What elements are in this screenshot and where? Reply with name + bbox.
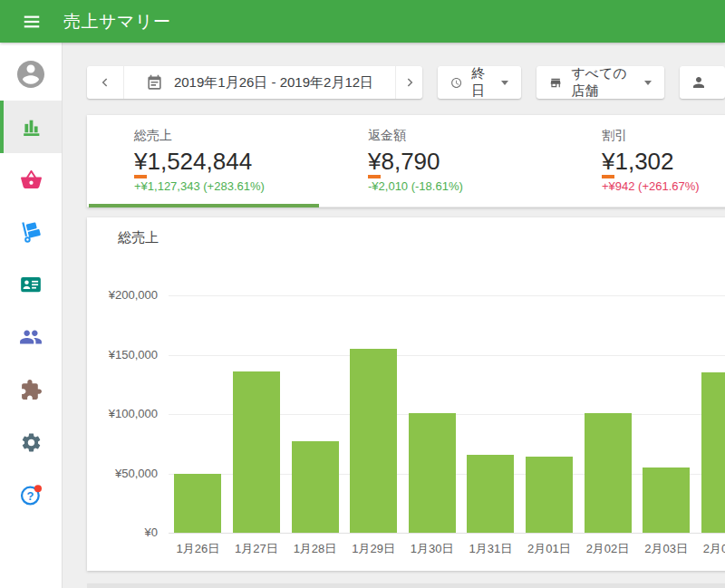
gridline xyxy=(169,355,725,356)
chart-bar[interactable] xyxy=(409,413,456,533)
kpi-tab-refunds[interactable]: 返金額 ¥8,790 -¥2,010 (-18.61%) xyxy=(321,115,555,207)
kpi-label: 返金額 xyxy=(368,128,555,144)
clock-icon xyxy=(450,74,462,92)
chart-bar[interactable] xyxy=(526,457,573,533)
kpi-label: 割引 xyxy=(602,128,725,144)
sidebar-item-customers[interactable] xyxy=(0,258,62,311)
chart-bar[interactable] xyxy=(174,474,221,534)
puzzle-icon xyxy=(20,379,43,401)
kpi-label: 総売上 xyxy=(134,128,321,144)
x-axis-tick-label: 2月02日 xyxy=(578,541,637,557)
kpi-delta: +¥942 (+261.67%) xyxy=(602,179,725,193)
next-period-button[interactable] xyxy=(395,66,422,99)
sidebar: ? xyxy=(0,43,63,588)
date-range-control: 2019年1月26日 - 2019年2月12日 xyxy=(87,66,422,99)
chevron-down-icon xyxy=(501,81,508,85)
x-axis-tick-label: 1月30日 xyxy=(402,541,461,557)
chevron-left-icon xyxy=(98,75,112,90)
chart-plot: ¥0¥50,000¥100,000¥150,000¥200,0001月26日1月… xyxy=(87,217,725,571)
sidebar-item-help[interactable]: ? xyxy=(0,468,62,521)
chart-bar[interactable] xyxy=(585,413,632,533)
svg-text:?: ? xyxy=(26,488,34,502)
sidebar-item-apps[interactable] xyxy=(0,363,62,416)
main-content: 2019年1月26日 - 2019年2月12日 終日 すべての店舗 xyxy=(63,43,725,588)
kpi-amount: 1,524,844 xyxy=(147,148,252,175)
kpi-amount: 8,790 xyxy=(381,148,440,175)
currency-symbol: ¥ xyxy=(134,148,147,178)
kpi-tab-total-sales[interactable]: 総売上 ¥1,524,844 +¥1,127,343 (+283.61%) xyxy=(87,115,321,207)
people-icon xyxy=(19,325,43,349)
kpi-card: 総売上 ¥1,524,844 +¥1,127,343 (+283.61%) 返金… xyxy=(87,115,725,207)
sidebar-item-settings[interactable] xyxy=(0,416,62,468)
kpi-amount: 1,302 xyxy=(614,148,673,175)
hamburger-icon-glyph xyxy=(22,12,42,32)
chart-bar[interactable] xyxy=(643,468,690,533)
filter-toolbar: 2019年1月26日 - 2019年2月12日 終日 すべての店舗 xyxy=(87,66,725,99)
currency-symbol: ¥ xyxy=(602,148,614,178)
account-circle-icon xyxy=(14,58,47,91)
hamburger-icon[interactable] xyxy=(0,0,63,43)
person-icon xyxy=(691,74,707,91)
chart-bar[interactable] xyxy=(292,441,339,533)
kpi-tab-discounts[interactable]: 割引 ¥1,302 +¥942 (+261.67%) xyxy=(555,115,725,207)
sidebar-item-staff[interactable] xyxy=(0,311,62,363)
app-header: 売上サマリー xyxy=(0,0,725,43)
x-axis-tick-label: 1月27日 xyxy=(227,541,286,557)
handtruck-icon xyxy=(19,220,43,244)
kpi-delta: +¥1,127,343 (+283.61%) xyxy=(134,179,321,193)
date-range-button[interactable]: 2019年1月26日 - 2019年2月12日 xyxy=(123,66,395,99)
chart-bar[interactable] xyxy=(350,349,397,533)
contact-card-icon xyxy=(19,273,43,296)
calendar-icon xyxy=(146,74,163,92)
chevron-down-icon xyxy=(644,81,652,85)
x-axis-tick-label: 2月04日 xyxy=(695,541,725,557)
bar-chart-icon xyxy=(20,116,43,139)
y-axis-tick-label: ¥150,000 xyxy=(87,348,158,361)
kpi-value: ¥1,524,844 xyxy=(134,149,321,174)
kpi-delta: -¥2,010 (-18.61%) xyxy=(368,179,555,193)
sidebar-item-sales-summary[interactable] xyxy=(0,101,62,153)
date-range-label: 2019年1月26日 - 2019年2月12日 xyxy=(174,74,373,92)
y-axis-tick-label: ¥0 xyxy=(87,525,158,539)
gear-icon xyxy=(20,431,43,454)
next-section-edge xyxy=(87,584,725,588)
store-filter-label: すべての店舗 xyxy=(571,65,633,100)
x-axis-tick-label: 1月29日 xyxy=(344,541,403,557)
help-circle-icon: ? xyxy=(19,483,44,507)
sidebar-item-account[interactable] xyxy=(0,48,62,101)
store-icon xyxy=(549,74,562,92)
gridline xyxy=(169,295,725,296)
x-axis-tick-label: 1月26日 xyxy=(169,541,227,557)
x-axis-tick-label: 1月28日 xyxy=(285,541,344,557)
basket-icon xyxy=(20,169,43,191)
kpi-value: ¥1,302 xyxy=(602,149,725,174)
x-axis-tick-label: 2月03日 xyxy=(637,541,696,557)
chart-bar[interactable] xyxy=(467,455,514,533)
y-axis-tick-label: ¥200,000 xyxy=(87,288,158,302)
time-filter-label: 終日 xyxy=(471,65,490,100)
store-filter-dropdown[interactable]: すべての店舗 xyxy=(536,66,664,99)
x-axis-tick-label: 1月31日 xyxy=(461,541,520,557)
chevron-right-icon xyxy=(402,75,417,90)
sidebar-item-inventory[interactable] xyxy=(0,206,62,258)
time-filter-dropdown[interactable]: 終日 xyxy=(438,66,521,99)
prev-period-button[interactable] xyxy=(87,66,123,99)
currency-symbol: ¥ xyxy=(368,148,381,178)
sidebar-item-products[interactable] xyxy=(0,153,62,206)
more-filter-button[interactable] xyxy=(680,66,725,99)
kpi-value: ¥8,790 xyxy=(368,149,555,174)
x-axis-tick-label: 2月01日 xyxy=(520,541,579,557)
gridline xyxy=(169,533,725,534)
page-title: 売上サマリー xyxy=(63,10,170,34)
sales-chart-card: 総売上 ¥0¥50,000¥100,000¥150,000¥200,0001月2… xyxy=(87,217,725,571)
chart-bar[interactable] xyxy=(701,372,725,533)
chart-bar[interactable] xyxy=(233,371,280,533)
y-axis-tick-label: ¥50,000 xyxy=(87,467,158,480)
y-axis-tick-label: ¥100,000 xyxy=(87,407,158,420)
